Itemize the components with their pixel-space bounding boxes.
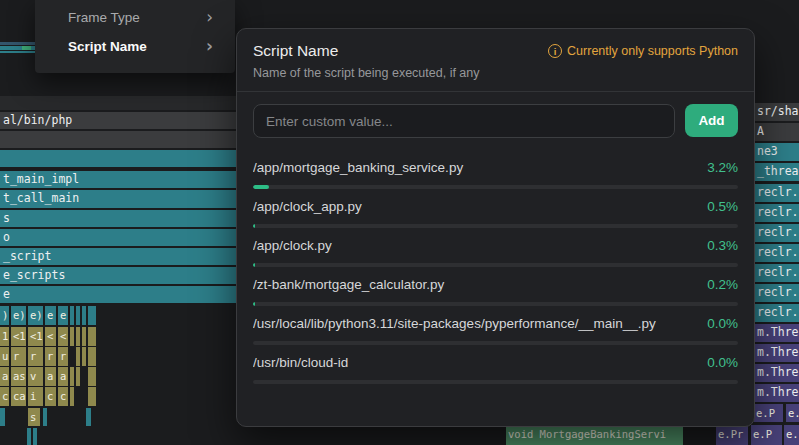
flame-frame[interactable]: < xyxy=(58,327,68,346)
flame-frame xyxy=(76,327,80,346)
flame-frame[interactable]: reclr.s xyxy=(754,264,799,282)
script-option[interactable]: /usr/bin/cloud-id0.0% xyxy=(237,345,754,384)
flame-frame[interactable]: c xyxy=(58,387,68,406)
flame-frame[interactable]: void MortgageBankingServi xyxy=(506,425,683,445)
flame-frame[interactable]: e. xyxy=(784,425,799,445)
warning-text: Currently only supports Python xyxy=(567,44,738,58)
flame-frame xyxy=(88,387,96,406)
popover-title: Script Name xyxy=(253,42,338,60)
flame-frame[interactable]: i xyxy=(28,387,43,406)
chevron-right-icon: › xyxy=(206,9,213,26)
script-option[interactable]: /app/mortgage_banking_service.py3.2% xyxy=(237,150,754,189)
script-option[interactable]: /app/clock_app.py0.5% xyxy=(237,189,754,228)
flame-frame[interactable]: <1 xyxy=(28,327,43,346)
flame-frame[interactable]: r xyxy=(28,347,43,366)
flame-frame[interactable]: ca xyxy=(11,387,26,406)
flame-frame xyxy=(76,306,80,325)
flame-frame[interactable]: ) xyxy=(0,306,9,325)
flame-frame[interactable]: v xyxy=(28,367,43,386)
flame-frame[interactable]: as xyxy=(11,367,26,386)
minimap-sliver xyxy=(0,51,35,53)
flame-frame[interactable]: a xyxy=(58,367,68,386)
python-support-warning: i Currently only supports Python xyxy=(548,42,738,58)
flamegraph-minimap[interactable] xyxy=(0,40,35,54)
script-option[interactable]: /usr/local/lib/python3.11/site-packages/… xyxy=(237,306,754,345)
flame-frame[interactable]: m.Threa xyxy=(754,384,799,402)
flame-frame[interactable]: e.Pr xyxy=(716,425,748,445)
minimap-sliver xyxy=(22,46,31,50)
flame-frame xyxy=(86,408,91,426)
flame-frame[interactable]: a xyxy=(0,367,9,386)
flame-frame[interactable]: m.Threa xyxy=(754,344,799,362)
popover-header: Script Name i Currently only supports Py… xyxy=(237,29,754,91)
flame-frame[interactable]: e.P xyxy=(754,404,783,422)
minimap-sliver xyxy=(0,42,35,45)
flame-frame[interactable]: e xyxy=(0,286,237,303)
flame-frame[interactable]: r xyxy=(45,347,56,366)
flame-frame xyxy=(70,387,74,406)
flame-frame xyxy=(76,367,80,386)
script-percentage: 0.0% xyxy=(707,316,738,331)
flame-frame[interactable]: m.Threa xyxy=(754,324,799,342)
flame-frame[interactable]: e. xyxy=(786,404,799,422)
flame-frame[interactable]: 1 xyxy=(0,327,9,346)
flame-frame[interactable]: r xyxy=(11,347,26,366)
menu-item-label: Frame Type xyxy=(68,10,140,25)
flame-frame[interactable]: e xyxy=(45,306,56,325)
script-name-text: /zt-bank/mortgage_calculator.py xyxy=(253,277,695,292)
flame-frame[interactable]: reclr.s xyxy=(754,304,799,322)
flame-frame[interactable]: sr/sha xyxy=(754,103,799,121)
add-button[interactable]: Add xyxy=(685,104,738,137)
script-percentage: 0.5% xyxy=(707,199,738,214)
flame-frame[interactable]: e xyxy=(58,306,68,325)
script-percentage: 0.0% xyxy=(707,355,738,370)
flame-frame xyxy=(88,367,96,386)
popover-subtitle: Name of the script being executed, if an… xyxy=(253,66,738,80)
menu-item-frame-type[interactable]: Frame Type› xyxy=(35,3,235,32)
flame-frame[interactable]: _thread xyxy=(754,163,799,181)
flame-frame[interactable]: s xyxy=(28,408,40,426)
flame-frame xyxy=(88,327,96,346)
flame-frame[interactable]: reclr.s xyxy=(754,204,799,222)
flame-frame[interactable]: u xyxy=(0,347,9,366)
flame-frame[interactable]: e) xyxy=(28,306,43,325)
flame-frame[interactable]: e.P xyxy=(751,425,782,445)
flame-frame[interactable]: reclr.s xyxy=(754,224,799,242)
flame-frame[interactable]: < xyxy=(45,327,56,346)
flame-frame[interactable]: _script xyxy=(0,248,237,265)
context-menu: Frame Type›Script Name› xyxy=(35,0,235,73)
script-name-text: /usr/bin/cloud-id xyxy=(253,355,695,370)
script-percentage: 3.2% xyxy=(707,160,738,175)
menu-item-label: Script Name xyxy=(68,39,147,54)
flame-frame[interactable]: reclr.s xyxy=(754,184,799,202)
flame-frame xyxy=(27,428,31,445)
flame-frame[interactable]: e) xyxy=(11,306,26,325)
script-option[interactable]: /zt-bank/mortgage_calculator.py0.2% xyxy=(237,267,754,306)
flame-frame[interactable]: r xyxy=(58,347,68,366)
flame-frame[interactable]: al/bin/php xyxy=(0,112,237,129)
flame-frame[interactable]: t_main_impl xyxy=(0,171,237,188)
flame-frame xyxy=(0,150,237,167)
flame-frame[interactable]: c xyxy=(0,387,9,406)
flame-frame[interactable]: reclr.s xyxy=(754,284,799,302)
flame-frame[interactable]: reclr.s xyxy=(754,244,799,262)
flame-frame[interactable]: A xyxy=(754,123,799,141)
script-option[interactable]: /app/clock.py0.3% xyxy=(237,228,754,267)
flame-frame[interactable]: ne3 xyxy=(754,143,799,161)
flame-frame[interactable]: s xyxy=(0,210,237,227)
flame-frame[interactable]: m.Threa xyxy=(754,364,799,382)
flame-frame[interactable]: <1 xyxy=(11,327,26,346)
flame-frame[interactable]: c xyxy=(45,387,56,406)
flame-frame[interactable]: o xyxy=(0,229,237,246)
flame-frame xyxy=(88,306,96,325)
flame-frame xyxy=(82,347,86,366)
script-name-text: /app/clock.py xyxy=(253,238,695,253)
menu-item-script-name[interactable]: Script Name› xyxy=(35,32,235,61)
flame-frame[interactable]: t_call_main xyxy=(0,190,237,208)
script-name-text: /app/clock_app.py xyxy=(253,199,695,214)
custom-value-input[interactable] xyxy=(253,104,675,138)
flame-frame[interactable]: e_scripts xyxy=(0,267,237,284)
flame-frame xyxy=(82,306,86,325)
flame-frame[interactable]: a xyxy=(45,367,56,386)
script-list: /app/mortgage_banking_service.py3.2%/app… xyxy=(237,148,754,384)
